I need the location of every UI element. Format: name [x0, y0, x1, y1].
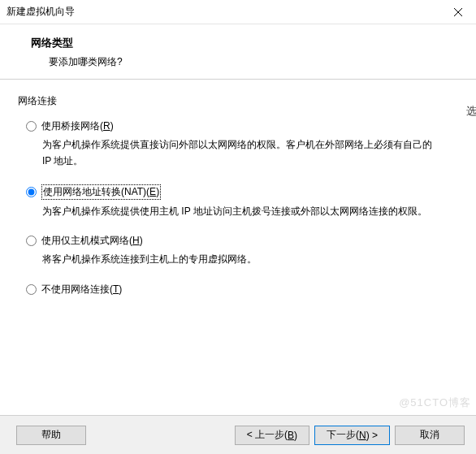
close-button[interactable] — [439, 0, 476, 24]
radio-nat-desc: 为客户机操作系统提供使用主机 IP 地址访问主机拨号连接或外部以太网网络连接的权… — [42, 203, 440, 219]
side-cutoff-text: 选 — [466, 104, 476, 119]
radio-bridged-desc: 为客户机操作系统提供直接访问外部以太网网络的权限。客户机在外部网络上必须有自己的… — [42, 136, 440, 170]
next-button[interactable]: 下一步(N) > — [314, 426, 390, 445]
radio-bridged-input[interactable] — [26, 121, 37, 132]
wizard-header: 网络类型 要添加哪类网络? — [0, 24, 476, 80]
group-label: 网络连接 — [18, 94, 458, 108]
cancel-button[interactable]: 取消 — [395, 426, 465, 445]
radio-hostonly[interactable]: 使用仅主机模式网络(H) — [26, 234, 458, 248]
button-bar: 帮助 < 上一步(B) 下一步(N) > 取消 — [0, 415, 476, 454]
page-title: 网络类型 — [31, 36, 476, 50]
option-hostonly: 使用仅主机模式网络(H) 将客户机操作系统连接到主机上的专用虚拟网络。 — [26, 234, 458, 267]
radio-nat[interactable]: 使用网络地址转换(NAT)(E) — [26, 184, 458, 200]
radio-none[interactable]: 不使用网络连接(T) — [26, 283, 458, 296]
watermark: @51CTO博客 — [399, 396, 471, 410]
back-button[interactable]: < 上一步(B) — [235, 426, 309, 445]
help-button[interactable]: 帮助 — [16, 426, 86, 445]
radio-hostonly-label: 使用仅主机模式网络(H) — [41, 234, 143, 248]
content-area: 网络连接 使用桥接网络(R) 为客户机操作系统提供直接访问外部以太网网络的权限。… — [0, 80, 476, 296]
radio-none-label: 不使用网络连接(T) — [41, 283, 122, 296]
page-subtitle: 要添加哪类网络? — [31, 55, 476, 69]
radio-bridged[interactable]: 使用桥接网络(R) — [26, 119, 458, 133]
close-icon — [454, 8, 462, 16]
radio-nat-label: 使用网络地址转换(NAT)(E) — [41, 184, 161, 200]
radio-bridged-label: 使用桥接网络(R) — [41, 119, 114, 133]
option-nat: 使用网络地址转换(NAT)(E) 为客户机操作系统提供使用主机 IP 地址访问主… — [26, 184, 458, 219]
option-bridged: 使用桥接网络(R) 为客户机操作系统提供直接访问外部以太网网络的权限。客户机在外… — [26, 119, 458, 170]
radio-none-input[interactable] — [26, 284, 37, 295]
window-title: 新建虚拟机向导 — [6, 5, 75, 19]
title-bar: 新建虚拟机向导 — [0, 0, 476, 24]
radio-nat-input[interactable] — [26, 187, 37, 197]
radio-hostonly-desc: 将客户机操作系统连接到主机上的专用虚拟网络。 — [42, 251, 440, 267]
option-none: 不使用网络连接(T) — [26, 283, 458, 296]
radio-hostonly-input[interactable] — [26, 236, 37, 246]
